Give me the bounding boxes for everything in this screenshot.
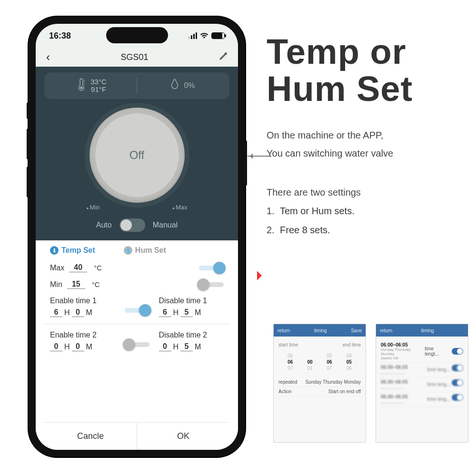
dial-min-label: Min [87, 204, 100, 211]
promo-item-2: Free 8 sets. [280, 220, 466, 239]
disable-time-2-label: Disable time 2 [159, 331, 224, 339]
thumb-repeated-value: Sunday Thursday Monday [305, 379, 361, 385]
thumb-row-length: time lengt... [425, 346, 449, 357]
thumb-return: return [380, 328, 392, 333]
promo-title-line2: Hum Set [267, 69, 413, 109]
mode-row: Auto Manual [44, 218, 229, 232]
button-row: Cancle OK [44, 422, 229, 450]
tab-hum-label: Hum Set [135, 246, 166, 255]
thermometer-icon: 🌡 [50, 246, 59, 255]
disable2-min[interactable]: 5 [180, 342, 193, 351]
promo-line3: There are two settings [267, 183, 466, 201]
thumb-start-label: start time [278, 342, 298, 347]
app-header: ‹ SGS01 [36, 48, 238, 67]
sensor-readout: 33°C 91°F 0% [44, 72, 229, 99]
back-button[interactable]: ‹ [46, 50, 50, 64]
disable2-hour[interactable]: 0 [159, 342, 171, 351]
enable2-min[interactable]: 0 [72, 342, 84, 351]
page-title: SGS01 [120, 52, 148, 62]
phone-frame: 16:38 ‹ SGS01 [29, 17, 245, 457]
toggle-icon [452, 348, 463, 355]
time2-toggle[interactable] [125, 342, 149, 347]
divider [137, 77, 137, 94]
temp-celsius: 33°C [90, 78, 107, 86]
min-label: Min [50, 280, 62, 289]
max-input[interactable]: 40 [69, 263, 87, 272]
phone-screen: 16:38 ‹ SGS01 [36, 24, 238, 450]
min-toggle[interactable] [199, 282, 224, 287]
humidity-reading: 0% [142, 78, 223, 94]
svg-point-0 [80, 87, 83, 89]
disable1-hour[interactable]: 6 [159, 308, 171, 317]
time1-toggle[interactable] [125, 308, 149, 313]
droplet-icon [169, 78, 180, 94]
minute-unit: M [86, 343, 92, 351]
max-unit: °C [94, 264, 102, 272]
thumb-repeated-label: repeated [278, 379, 297, 385]
status-icons [188, 31, 225, 41]
mode-auto-label: Auto [96, 221, 112, 229]
temp-fahrenheit: 91°F [90, 86, 107, 94]
thumb-title: timing [314, 328, 327, 333]
thumbnails: return timing Save start time end time 0… [273, 324, 468, 443]
thumb-row-time: 06:00–06:05 [381, 342, 425, 347]
thumbnail-timing-list: return timing 06:00–06:05 Sunday Thursda… [376, 324, 468, 443]
power-button [245, 140, 247, 186]
temperature-reading: 33°C 91°F [51, 78, 132, 94]
thumb-action-label: Action [278, 389, 292, 394]
time-picker: 050607 0001 050607 040506 [278, 353, 362, 371]
red-triangle-icon [257, 271, 267, 280]
promo-item-1: Tem or Hum sets. [280, 201, 466, 220]
thumb-end-label: end time [343, 342, 361, 347]
wifi-icon [200, 31, 208, 41]
max-row: Max 40 °C [44, 259, 229, 276]
ok-button[interactable]: OK [137, 423, 229, 450]
cancel-button[interactable]: Cancle [44, 423, 137, 450]
humidity-value: 0% [184, 81, 195, 90]
thumb-row-days: Sunday Thursday Monday [381, 347, 425, 356]
minute-unit: M [86, 308, 92, 317]
dynamic-island [106, 27, 168, 43]
cell-signal-icon [188, 32, 197, 39]
mode-manual-label: Manual [153, 221, 178, 229]
thumbnail-timing-picker: return timing Save start time end time 0… [273, 324, 366, 443]
promo-title: Temp or Hum Set [267, 33, 466, 107]
side-button [27, 102, 29, 119]
minute-unit: M [195, 308, 201, 317]
thermometer-icon [76, 78, 87, 94]
settings-panel: 🌡 Temp Set 💧 Hum Set Max 40 °C Min 15 °C [36, 240, 238, 450]
battery-icon [211, 32, 225, 39]
enable1-hour[interactable]: 6 [50, 308, 62, 317]
hour-unit: H [173, 308, 179, 317]
volume-down-button [27, 167, 29, 198]
max-label: Max [50, 264, 64, 272]
dial-max-label: Max [172, 204, 188, 211]
min-input[interactable]: 15 [67, 280, 85, 289]
tab-hum-set[interactable]: 💧 Hum Set [124, 246, 166, 255]
hour-unit: H [64, 308, 70, 317]
mode-toggle[interactable] [119, 218, 145, 232]
dial-state: Off [129, 149, 145, 162]
status-panel: 33°C 91°F 0% Off Min Max [36, 67, 238, 240]
thumb-row-action: Switch Off [381, 356, 425, 360]
divider [44, 324, 229, 324]
disable1-min[interactable]: 5 [180, 308, 193, 317]
volume-up-button [27, 129, 29, 159]
edit-button[interactable] [219, 52, 228, 63]
enable-time-1-label: Enable time 1 [50, 297, 115, 305]
power-dial[interactable]: Off [89, 108, 185, 203]
enable-time-2-label: Enable time 2 [50, 331, 115, 339]
enable2-hour[interactable]: 0 [50, 342, 62, 351]
thumb-spacer [463, 328, 464, 333]
tab-temp-label: Temp Set [61, 246, 95, 255]
tab-row: 🌡 Temp Set 💧 Hum Set [44, 246, 229, 259]
max-toggle[interactable] [199, 266, 224, 270]
enable1-min[interactable]: 0 [72, 308, 84, 317]
thumb-save: Save [351, 328, 362, 333]
promo-line2: You can switching water valve [267, 144, 466, 162]
hour-unit: H [173, 343, 179, 351]
thumb-action-value: Start on end off [328, 389, 361, 394]
tab-temp-set[interactable]: 🌡 Temp Set [50, 246, 95, 255]
time-group-2: Enable time 2 0 H 0 M Disable time 2 0 H… [44, 327, 229, 355]
thumb-return: return [278, 328, 290, 333]
